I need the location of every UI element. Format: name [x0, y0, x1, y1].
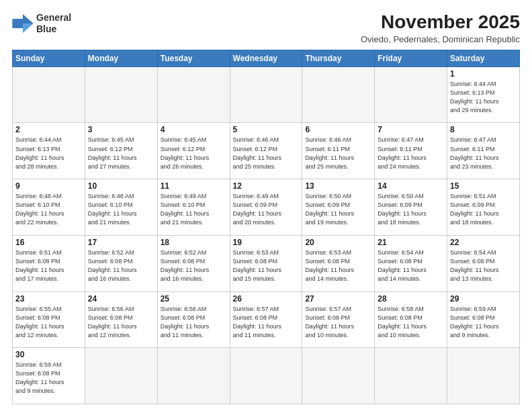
calendar-cell: 7Sunrise: 6:47 AM Sunset: 6:11 PM Daylig…	[375, 123, 447, 179]
day-info: Sunrise: 6:50 AM Sunset: 6:09 PM Dayligh…	[378, 192, 444, 227]
day-info: Sunrise: 6:48 AM Sunset: 6:10 PM Dayligh…	[88, 192, 154, 227]
day-info: Sunrise: 6:50 AM Sunset: 6:09 PM Dayligh…	[305, 192, 371, 227]
day-number: 5	[233, 125, 300, 134]
col-header-wednesday: Wednesday	[230, 50, 302, 66]
calendar-cell	[447, 348, 520, 404]
day-info: Sunrise: 6:56 AM Sunset: 6:08 PM Dayligh…	[161, 305, 227, 340]
calendar-cell: 18Sunrise: 6:52 AM Sunset: 6:08 PM Dayli…	[157, 235, 230, 291]
logo-icon	[12, 14, 34, 33]
calendar-header-row: SundayMondayTuesdayWednesdayThursdayFrid…	[13, 50, 520, 66]
day-number: 4	[161, 125, 227, 134]
day-number: 23	[15, 294, 82, 304]
day-number: 9	[15, 181, 82, 191]
calendar-cell: 17Sunrise: 6:52 AM Sunset: 6:08 PM Dayli…	[85, 235, 157, 291]
day-info: Sunrise: 6:53 AM Sunset: 6:08 PM Dayligh…	[233, 248, 300, 283]
day-number: 27	[305, 294, 371, 304]
day-info: Sunrise: 6:46 AM Sunset: 6:12 PM Dayligh…	[233, 136, 300, 171]
svg-marker-1	[23, 14, 34, 24]
day-info: Sunrise: 6:49 AM Sunset: 6:09 PM Dayligh…	[233, 192, 300, 227]
calendar-cell	[230, 348, 302, 404]
day-info: Sunrise: 6:59 AM Sunset: 6:08 PM Dayligh…	[450, 305, 517, 340]
day-info: Sunrise: 6:53 AM Sunset: 6:08 PM Dayligh…	[305, 248, 371, 283]
day-info: Sunrise: 6:45 AM Sunset: 6:12 PM Dayligh…	[88, 136, 154, 171]
day-info: Sunrise: 6:44 AM Sunset: 6:13 PM Dayligh…	[450, 80, 517, 115]
day-info: Sunrise: 6:56 AM Sunset: 6:08 PM Dayligh…	[88, 305, 154, 340]
col-header-tuesday: Tuesday	[157, 50, 230, 66]
day-number: 21	[378, 238, 444, 247]
logo-line2: Blue	[36, 24, 56, 34]
day-info: Sunrise: 6:58 AM Sunset: 6:08 PM Dayligh…	[378, 305, 444, 340]
calendar-cell	[375, 66, 447, 123]
day-number: 18	[161, 238, 227, 247]
col-header-monday: Monday	[85, 50, 157, 66]
calendar-cell: 30Sunrise: 6:59 AM Sunset: 6:08 PM Dayli…	[13, 348, 85, 404]
col-header-thursday: Thursday	[302, 50, 375, 66]
day-number: 19	[233, 238, 300, 247]
calendar-cell: 16Sunrise: 6:51 AM Sunset: 6:08 PM Dayli…	[13, 235, 85, 291]
day-number: 20	[305, 238, 371, 247]
col-header-friday: Friday	[375, 50, 447, 66]
calendar-cell: 19Sunrise: 6:53 AM Sunset: 6:08 PM Dayli…	[230, 235, 302, 291]
day-number: 7	[378, 125, 444, 134]
calendar-cell	[85, 348, 157, 404]
day-number: 15	[450, 181, 517, 191]
day-number: 26	[233, 294, 300, 304]
calendar-week-row: 2Sunrise: 6:44 AM Sunset: 6:13 PM Daylig…	[13, 123, 520, 179]
day-info: Sunrise: 6:45 AM Sunset: 6:12 PM Dayligh…	[161, 136, 227, 171]
calendar-cell	[157, 66, 230, 123]
calendar-week-row: 30Sunrise: 6:59 AM Sunset: 6:08 PM Dayli…	[13, 348, 520, 404]
calendar-week-row: 16Sunrise: 6:51 AM Sunset: 6:08 PM Dayli…	[13, 235, 520, 291]
calendar-cell: 29Sunrise: 6:59 AM Sunset: 6:08 PM Dayli…	[447, 291, 520, 348]
day-number: 1	[450, 69, 517, 79]
calendar-cell: 25Sunrise: 6:56 AM Sunset: 6:08 PM Dayli…	[157, 291, 230, 348]
day-info: Sunrise: 6:46 AM Sunset: 6:11 PM Dayligh…	[305, 136, 371, 171]
calendar-cell: 4Sunrise: 6:45 AM Sunset: 6:12 PM Daylig…	[157, 123, 230, 179]
svg-marker-2	[23, 24, 34, 33]
day-info: Sunrise: 6:48 AM Sunset: 6:10 PM Dayligh…	[15, 192, 82, 227]
day-number: 13	[305, 181, 371, 191]
calendar-cell: 8Sunrise: 6:47 AM Sunset: 6:11 PM Daylig…	[447, 123, 520, 179]
calendar-cell	[375, 348, 447, 404]
calendar-cell: 11Sunrise: 6:49 AM Sunset: 6:10 PM Dayli…	[157, 179, 230, 236]
calendar-cell: 1Sunrise: 6:44 AM Sunset: 6:13 PM Daylig…	[447, 66, 520, 123]
calendar-week-row: 1Sunrise: 6:44 AM Sunset: 6:13 PM Daylig…	[13, 66, 520, 123]
day-number: 2	[15, 125, 82, 134]
day-info: Sunrise: 6:55 AM Sunset: 6:08 PM Dayligh…	[15, 305, 82, 340]
day-number: 3	[88, 125, 154, 134]
month-title: November 2025	[361, 12, 520, 33]
calendar-cell: 23Sunrise: 6:55 AM Sunset: 6:08 PM Dayli…	[13, 291, 85, 348]
day-number: 11	[161, 181, 227, 191]
logo-line1: General	[36, 12, 71, 23]
day-number: 24	[88, 294, 154, 304]
calendar-cell: 14Sunrise: 6:50 AM Sunset: 6:09 PM Dayli…	[375, 179, 447, 236]
subtitle: Oviedo, Pedernales, Dominican Republic	[361, 34, 520, 44]
calendar-cell	[230, 66, 302, 123]
svg-rect-0	[12, 19, 24, 28]
calendar-cell: 10Sunrise: 6:48 AM Sunset: 6:10 PM Dayli…	[85, 179, 157, 236]
calendar-cell: 22Sunrise: 6:54 AM Sunset: 6:08 PM Dayli…	[447, 235, 520, 291]
calendar-week-row: 9Sunrise: 6:48 AM Sunset: 6:10 PM Daylig…	[13, 179, 520, 236]
day-number: 25	[161, 294, 227, 304]
calendar-week-row: 23Sunrise: 6:55 AM Sunset: 6:08 PM Dayli…	[13, 291, 520, 348]
day-info: Sunrise: 6:54 AM Sunset: 6:08 PM Dayligh…	[450, 248, 517, 283]
calendar-cell	[13, 66, 85, 123]
title-block: November 2025 Oviedo, Pedernales, Domini…	[361, 12, 520, 44]
calendar-cell: 3Sunrise: 6:45 AM Sunset: 6:12 PM Daylig…	[85, 123, 157, 179]
calendar-cell: 12Sunrise: 6:49 AM Sunset: 6:09 PM Dayli…	[230, 179, 302, 236]
col-header-sunday: Sunday	[13, 50, 85, 66]
day-number: 22	[450, 238, 517, 247]
day-number: 30	[15, 350, 82, 359]
day-info: Sunrise: 6:51 AM Sunset: 6:09 PM Dayligh…	[450, 192, 517, 227]
day-number: 8	[450, 125, 517, 134]
calendar-cell	[302, 66, 375, 123]
day-info: Sunrise: 6:52 AM Sunset: 6:08 PM Dayligh…	[161, 248, 227, 283]
day-number: 10	[88, 181, 154, 191]
day-info: Sunrise: 6:57 AM Sunset: 6:08 PM Dayligh…	[233, 305, 300, 340]
logo-text: General Blue	[36, 12, 71, 35]
calendar-cell: 13Sunrise: 6:50 AM Sunset: 6:09 PM Dayli…	[302, 179, 375, 236]
day-number: 6	[305, 125, 371, 134]
day-info: Sunrise: 6:57 AM Sunset: 6:08 PM Dayligh…	[305, 305, 371, 340]
calendar-cell: 24Sunrise: 6:56 AM Sunset: 6:08 PM Dayli…	[85, 291, 157, 348]
calendar-cell: 27Sunrise: 6:57 AM Sunset: 6:08 PM Dayli…	[302, 291, 375, 348]
calendar-cell	[302, 348, 375, 404]
